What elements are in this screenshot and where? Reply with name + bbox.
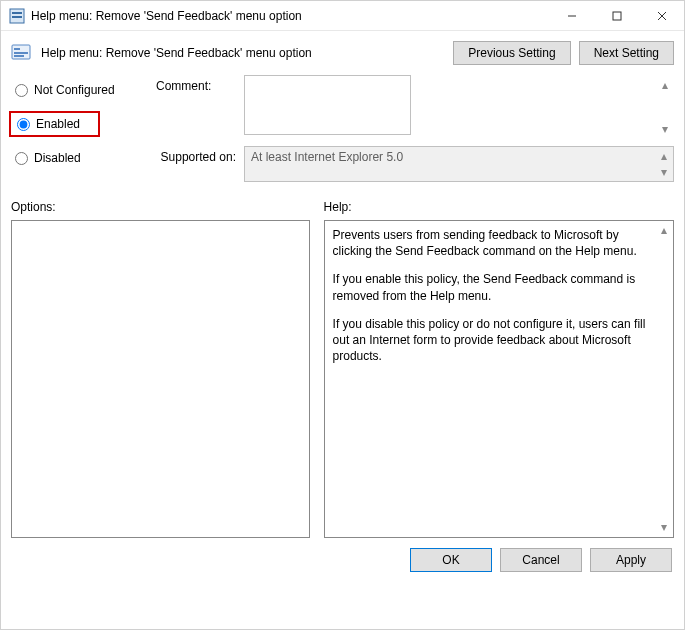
close-button[interactable] [639,1,684,30]
comment-input[interactable] [244,75,411,135]
radio-enabled-label: Enabled [36,117,80,131]
window-title: Help menu: Remove 'Send Feedback' menu o… [31,9,549,23]
radio-not-configured-input[interactable] [15,84,28,97]
maximize-button[interactable] [594,1,639,30]
svg-rect-10 [14,55,24,57]
help-scrollbar[interactable]: ▴ ▾ [655,222,672,536]
policy-app-icon [9,8,25,24]
help-panel: Prevents users from sending feedback to … [324,220,674,538]
minimize-button[interactable] [549,1,594,30]
svg-rect-9 [14,52,28,54]
header-row: Help menu: Remove 'Send Feedback' menu o… [1,31,684,69]
comment-scrollbar[interactable]: ▴ ▾ [656,76,673,137]
supported-on-value-box: At least Internet Explorer 5.0 ▴ ▾ [244,146,674,182]
scroll-down-icon: ▾ [655,164,672,180]
svg-rect-2 [12,16,22,18]
options-panel [11,220,310,538]
enabled-highlight: Enabled [9,111,100,137]
help-paragraph: If you enable this policy, the Send Feed… [333,271,653,303]
apply-button[interactable]: Apply [590,548,672,572]
svg-rect-4 [613,12,621,20]
cancel-button[interactable]: Cancel [500,548,582,572]
next-setting-button[interactable]: Next Setting [579,41,674,65]
svg-rect-8 [14,48,20,50]
supported-on-label: Supported on: [156,146,236,182]
scroll-down-icon[interactable]: ▾ [656,120,673,137]
options-label: Options: [11,200,310,214]
scroll-up-icon: ▴ [655,148,672,164]
state-radio-group: Not Configured Enabled Disabled [11,75,146,190]
radio-not-configured[interactable]: Not Configured [11,81,146,99]
ok-button[interactable]: OK [410,548,492,572]
radio-disabled-label: Disabled [34,151,81,165]
dialog-footer: OK Cancel Apply [1,538,684,582]
svg-rect-1 [12,12,22,14]
radio-enabled-input[interactable] [17,118,30,131]
help-paragraph: Prevents users from sending feedback to … [333,227,653,259]
supported-scrollbar: ▴ ▾ [655,148,672,180]
radio-disabled-input[interactable] [15,152,28,165]
radio-disabled[interactable]: Disabled [11,149,146,167]
radio-enabled[interactable]: Enabled [13,115,84,133]
policy-icon [11,43,31,63]
scroll-up-icon[interactable]: ▴ [656,76,673,93]
titlebar: Help menu: Remove 'Send Feedback' menu o… [1,1,684,31]
help-paragraph: If you disable this policy or do not con… [333,316,653,365]
scroll-up-icon[interactable]: ▴ [655,222,672,239]
supported-on-value: At least Internet Explorer 5.0 [251,150,403,164]
previous-setting-button[interactable]: Previous Setting [453,41,570,65]
scroll-down-icon[interactable]: ▾ [655,519,672,536]
comment-label: Comment: [156,75,236,138]
help-label: Help: [324,200,674,214]
policy-title: Help menu: Remove 'Send Feedback' menu o… [41,46,443,60]
radio-not-configured-label: Not Configured [34,83,115,97]
